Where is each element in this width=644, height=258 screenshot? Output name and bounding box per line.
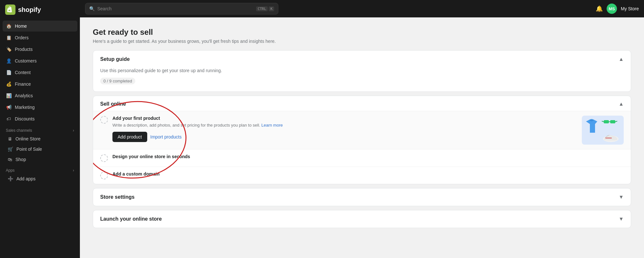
discounts-icon: 🏷 xyxy=(6,116,12,122)
add-first-product-title: Add your first product xyxy=(112,116,577,121)
setup-guide-title: Setup guide xyxy=(100,56,130,62)
task-actions: Add product Import products xyxy=(112,132,577,142)
sidebar-item-point-of-sale-label: Point of Sale xyxy=(16,147,42,152)
setup-guide-body: Use this personalized guide to get your … xyxy=(93,68,631,91)
add-first-product-content: Add your first product Write a descripti… xyxy=(112,116,577,142)
sidebar-logo[interactable]: shopify xyxy=(0,0,80,19)
launch-store-card: Launch your online store ▼ xyxy=(93,210,631,228)
page-subtitle: Here's a guide to get started. As your b… xyxy=(93,39,631,44)
progress-badge: 0 / 9 completed xyxy=(100,78,135,84)
sidebar-item-online-store-label: Online Store xyxy=(15,136,41,141)
products-icon: 🏷️ xyxy=(6,46,12,52)
design-online-store-task[interactable]: Design your online store in seconds xyxy=(93,149,631,167)
ctrl-key: CTRL xyxy=(256,6,268,11)
sell-online-chevron-icon: ▲ xyxy=(619,101,624,107)
sidebar-item-products[interactable]: 🏷️ Products xyxy=(3,44,77,55)
svg-rect-1 xyxy=(604,120,609,123)
apps-section: Apps › xyxy=(3,165,77,174)
setup-guide-header[interactable]: Setup guide ▲ xyxy=(93,51,631,68)
sidebar-item-home[interactable]: 🏠 Home xyxy=(3,21,77,32)
svg-rect-7 xyxy=(605,138,612,139)
apps-expand-icon[interactable]: › xyxy=(73,168,74,173)
notification-bell-icon[interactable]: 🔔 xyxy=(596,5,603,12)
sidebar: shopify 🏠 Home 📋 Orders 🏷️ Products 👤 Cu… xyxy=(0,0,80,258)
custom-domain-title: Add a custom domain xyxy=(112,171,624,177)
sidebar-item-shop[interactable]: 🛍 Shop xyxy=(3,155,77,164)
home-icon: 🏠 xyxy=(6,23,12,29)
launch-store-chevron-icon: ▼ xyxy=(619,216,624,222)
online-store-icon: 🖥 xyxy=(8,136,12,141)
sidebar-item-content-label: Content xyxy=(15,70,31,75)
shopify-logo-icon xyxy=(5,5,15,15)
store-name[interactable]: My Store xyxy=(621,6,639,11)
task-circle-design xyxy=(100,154,108,162)
sidebar-item-analytics-label: Analytics xyxy=(15,93,33,98)
topbar-right: 🔔 MS My Store xyxy=(596,4,639,14)
task-circle-add-product xyxy=(100,116,108,124)
custom-domain-task[interactable]: Add a custom domain xyxy=(93,167,631,184)
sales-channels-label: Sales channels xyxy=(6,128,32,133)
avatar[interactable]: MS xyxy=(607,4,617,14)
sidebar-item-marketing-label: Marketing xyxy=(15,105,34,110)
custom-domain-content: Add a custom domain xyxy=(112,171,624,178)
setup-guide-description: Use this personalized guide to get your … xyxy=(100,68,624,73)
design-online-store-content: Design your online store in seconds xyxy=(112,154,624,160)
svg-rect-2 xyxy=(610,120,615,123)
sidebar-item-orders[interactable]: 📋 Orders xyxy=(3,32,77,43)
search-bar[interactable]: 🔍 CTRL K xyxy=(85,3,278,14)
launch-store-title: Launch your online store xyxy=(100,216,162,222)
sidebar-item-online-store[interactable]: 🖥 Online Store xyxy=(3,134,77,144)
page-title: Get ready to sell xyxy=(93,28,631,37)
design-online-store-title: Design your online store in seconds xyxy=(112,154,624,159)
search-icon: 🔍 xyxy=(89,6,95,11)
import-products-button[interactable]: Import products xyxy=(150,132,182,142)
logo-text: shopify xyxy=(18,6,41,14)
store-settings-header[interactable]: Store settings ▼ xyxy=(93,188,631,206)
sell-online-title: Sell online xyxy=(100,101,126,107)
analytics-icon: 📊 xyxy=(6,93,12,99)
content-area: Get ready to sell Here's a guide to get … xyxy=(80,17,644,258)
sidebar-item-products-label: Products xyxy=(15,47,33,52)
marketing-icon: 📢 xyxy=(6,104,12,110)
add-product-button[interactable]: Add product xyxy=(112,132,147,142)
add-first-product-task[interactable]: Add your first product Write a descripti… xyxy=(93,111,631,149)
sidebar-item-add-apps[interactable]: ➕ Add apps xyxy=(3,174,77,184)
point-of-sale-icon: 🛒 xyxy=(8,147,13,152)
learn-more-link[interactable]: Learn more xyxy=(261,123,283,128)
k-key: K xyxy=(269,6,274,11)
sidebar-item-analytics[interactable]: 📊 Analytics xyxy=(3,90,77,101)
sidebar-nav: 🏠 Home 📋 Orders 🏷️ Products 👤 Customers … xyxy=(0,19,80,258)
sidebar-item-point-of-sale[interactable]: 🛒 Point of Sale xyxy=(3,144,77,154)
store-settings-card: Store settings ▼ xyxy=(93,188,631,206)
setup-guide-card: Setup guide ▲ Use this personalized guid… xyxy=(93,50,631,92)
sell-online-header[interactable]: Sell online ▲ xyxy=(93,96,631,111)
add-apps-icon: ➕ xyxy=(8,176,13,181)
content-icon: 📄 xyxy=(6,70,12,75)
sidebar-item-marketing[interactable]: 📢 Marketing xyxy=(3,102,77,113)
search-input[interactable] xyxy=(97,6,254,11)
task-circle-domain xyxy=(100,172,108,179)
sidebar-item-home-label: Home xyxy=(15,24,27,29)
finance-icon: 💰 xyxy=(6,81,12,87)
sidebar-item-discounts-label: Discounts xyxy=(15,116,34,121)
sales-channels-expand-icon[interactable]: › xyxy=(73,128,74,133)
setup-guide-chevron-icon: ▲ xyxy=(619,56,624,62)
sidebar-item-customers[interactable]: 👤 Customers xyxy=(3,55,77,66)
launch-store-header[interactable]: Launch your online store ▼ xyxy=(93,210,631,228)
apps-label: Apps xyxy=(6,168,14,173)
sidebar-item-add-apps-label: Add apps xyxy=(16,176,35,181)
shop-icon: 🛍 xyxy=(8,157,12,162)
store-settings-chevron-icon: ▼ xyxy=(619,194,624,200)
orders-icon: 📋 xyxy=(6,35,12,41)
topbar: 🔍 CTRL K 🔔 MS My Store xyxy=(80,0,644,17)
store-settings-title: Store settings xyxy=(100,194,135,200)
sidebar-item-customers-label: Customers xyxy=(15,58,37,63)
sell-online-card: Sell online ▲ Add your first product Wri… xyxy=(93,96,631,184)
product-illustration xyxy=(582,116,624,145)
sidebar-item-content[interactable]: 📄 Content xyxy=(3,67,77,78)
main-area: 🔍 CTRL K 🔔 MS My Store Get ready to sell… xyxy=(80,0,644,258)
add-first-product-desc: Write a description, add photos, and set… xyxy=(112,122,577,129)
sidebar-item-discounts[interactable]: 🏷 Discounts xyxy=(3,113,77,124)
sidebar-item-orders-label: Orders xyxy=(15,35,29,40)
sidebar-item-finance[interactable]: 💰 Finance xyxy=(3,79,77,90)
